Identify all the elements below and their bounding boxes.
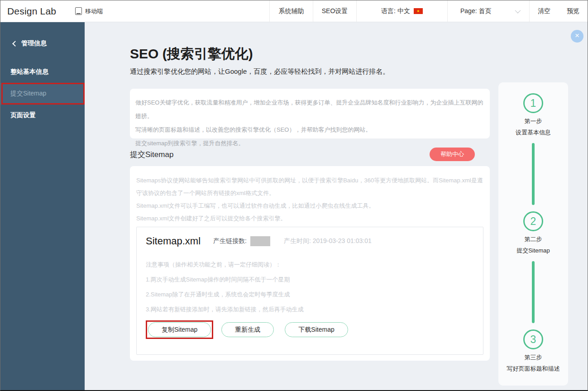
generated-time: 产生时间: 2019-03-23 01:03:01: [284, 237, 372, 245]
regenerate-button[interactable]: 重新生成: [221, 322, 274, 337]
sitemap-notes: 注意事项（操作相关功能之前，请一定仔细阅读）： 1.两次手动生成Sitemap操…: [146, 257, 474, 317]
step-3-desc: 写好页面标题和描述: [507, 365, 560, 373]
note-item: 2.Sitemap除了在开通时生成，系统也会定时每季度生成: [146, 287, 474, 302]
step-1-circle: 1: [523, 93, 543, 113]
mobile-device-icon: [75, 7, 82, 15]
step-3-label: 第三步: [525, 353, 542, 362]
sitemap-file-card: Sitemap.xml 产生链接数: 产生时间: 2019-03-23 01:0…: [136, 227, 483, 355]
sidebar: 管理信息 整站基本信息 提交Sitemap 页面设置: [0, 22, 85, 390]
steps-guide-panel: 1 第一步 设置基本信息 2 第二步 提交Sitemap 3 第三步 写好页面标…: [498, 82, 568, 386]
help-center-button[interactable]: 帮助中心: [430, 148, 475, 161]
step-2-desc: 提交Sitemap: [516, 247, 550, 255]
sidebar-back-label: 管理信息: [21, 39, 47, 48]
step-1-label: 第一步: [525, 117, 542, 125]
sidebar-menu: 整站基本信息 提交Sitemap 页面设置: [0, 61, 85, 126]
preview-button[interactable]: 预览: [559, 0, 588, 22]
topbar: Design Lab 移动端 系统辅助 SEO设置 语言: 中文 ★ Page:…: [0, 0, 588, 22]
sidebar-item-submit-sitemap[interactable]: 提交Sitemap: [0, 83, 85, 105]
sidebar-item-label: 页面设置: [10, 111, 36, 119]
menu-seo-settings[interactable]: SEO设置: [313, 0, 356, 22]
sitemap-actions: 复制Sitemap 重新生成 下载Sitemap: [146, 320, 474, 339]
redacted-links-count: [250, 236, 270, 246]
brand-logo: Design Lab: [0, 0, 56, 22]
generated-links-label: 产生链接数:: [213, 237, 247, 245]
note-item: 3.网站若有新链接添加时，请先添加新链接，然后再手动生成: [146, 302, 474, 317]
language-selector[interactable]: 语言: 中文 ★: [357, 0, 447, 22]
step-connector-line: [532, 143, 535, 205]
chevron-left-icon: [12, 41, 18, 47]
app-window: Design Lab 移动端 系统辅助 SEO设置 语言: 中文 ★ Page:…: [0, 0, 588, 391]
china-flag-icon: ★: [414, 8, 423, 14]
content-area: × SEO (搜索引擎优化) 通过搜索引擎优化您的网站，让Google，百度，必…: [85, 22, 588, 390]
page-title: SEO (搜索引擎优化): [130, 45, 490, 63]
sidebar-back-link[interactable]: 管理信息: [0, 22, 85, 48]
copy-sitemap-annotated: 复制Sitemap: [146, 320, 213, 339]
notes-heading: 注意事项（操作相关功能之前，请一定仔细阅读）：: [146, 257, 474, 272]
page-selector-label: Page: 首页: [460, 7, 491, 15]
step-3-circle: 3: [523, 329, 543, 349]
sitemap-description-line: Sitemap.xml文件创建好了之后可以提交给各个搜索引擎。: [136, 212, 483, 225]
intro-line: 写清晰的页面标题和描述，以改善您的搜索引擎优化（SEO），并帮助客户找到您的网站…: [135, 123, 484, 137]
generated-time-label: 产生时间:: [284, 237, 311, 244]
step-connector-line: [532, 261, 535, 323]
page-subtitle: 通过搜索引擎优化您的网站，让Google，百度，必应等轻松找到，并对网站进行排名…: [130, 67, 490, 76]
step-1-desc: 设置基本信息: [516, 129, 551, 137]
sidebar-item-page-settings[interactable]: 页面设置: [0, 105, 85, 126]
sidebar-item-label: 提交Sitemap: [10, 90, 46, 98]
topbar-spacer: [103, 0, 269, 22]
sitemap-panel: Sitemaps协议使网站能够告知搜索引擎网站中可供抓取的网址，以便于搜索引擎B…: [130, 166, 490, 361]
sitemap-card-header: Sitemap.xml 产生链接数: 产生时间: 2019-03-23 01:0…: [146, 235, 474, 247]
copy-sitemap-button[interactable]: 复制Sitemap: [148, 322, 211, 337]
sidebar-item-site-basic-info[interactable]: 整站基本信息: [0, 61, 85, 83]
page-selector-dropdown[interactable]: Page: 首页: [448, 0, 529, 22]
sitemap-description-line: Sitemaps协议使网站能够告知搜索引擎网站中可供抓取的网址，以便于搜索引擎B…: [136, 174, 483, 200]
clear-button[interactable]: 清空: [530, 0, 559, 22]
download-sitemap-button[interactable]: 下载Sitemap: [285, 322, 348, 337]
chevron-down-icon: [515, 8, 521, 14]
mobile-view-toggle[interactable]: 移动端: [75, 0, 103, 22]
close-button[interactable]: ×: [571, 30, 583, 43]
generated-time-value: 2019-03-23 01:03:01: [313, 237, 372, 244]
seo-intro-panel: 做好SEO关键字优化，获取流量和精准用户，增加企业市场，获得更多订单、提升企业品…: [130, 89, 490, 138]
section-title: 提交Sitemap: [130, 149, 173, 160]
main-column: SEO (搜索引擎优化) 通过搜索引擎优化您的网站，让Google，百度，必应等…: [130, 22, 490, 361]
step-2-label: 第二步: [525, 235, 542, 243]
language-label: 语言: 中文: [381, 7, 410, 15]
menu-system-assist[interactable]: 系统辅助: [270, 0, 313, 22]
intro-line: 做好SEO关键字优化，获取流量和精准用户，增加企业市场，获得更多订单、提升企业品…: [135, 96, 484, 123]
mobile-view-label: 移动端: [85, 7, 103, 15]
step-2-circle: 2: [523, 211, 543, 231]
sidebar-item-label: 整站基本信息: [10, 68, 48, 76]
sitemap-file-title: Sitemap.xml: [146, 235, 201, 247]
sitemap-description-line: Sitemap.xml文件可以手工编写，也可以通过软件自动生成，比如通过小爬虫在…: [136, 200, 483, 212]
note-item: 1.两次手动生成Sitemap操作的时间间隔不低于一个星期: [146, 272, 474, 287]
